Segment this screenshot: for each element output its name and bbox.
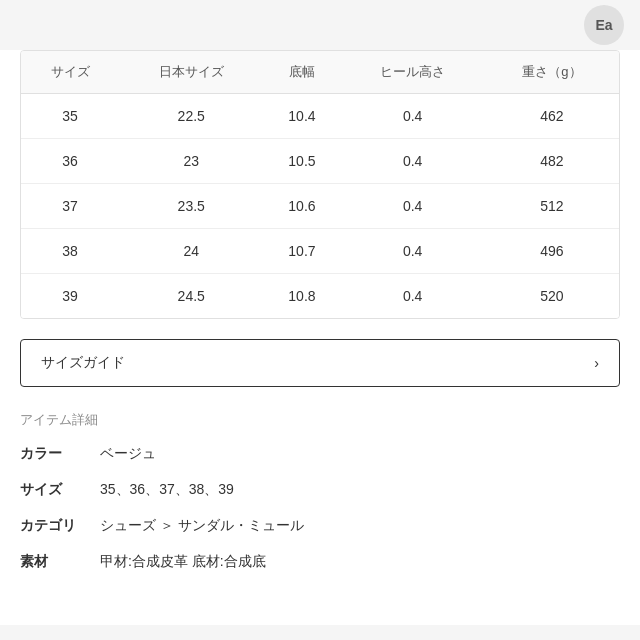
size-guide-label: サイズガイド [41, 354, 125, 372]
detail-row: サイズ35、36、37、38、39 [20, 481, 620, 499]
detail-label: サイズ [20, 481, 100, 499]
col-header-bottom-width: 底幅 [263, 51, 340, 94]
detail-label: カテゴリ [20, 517, 100, 535]
table-cell-heel_height: 0.4 [340, 274, 484, 319]
detail-value: シューズ ＞ サンダル・ミュール [100, 517, 620, 535]
size-guide-button[interactable]: サイズガイド › [20, 339, 620, 387]
col-header-jp-size: 日本サイズ [119, 51, 263, 94]
detail-label: カラー [20, 445, 100, 463]
table-cell-bottom_width: 10.8 [263, 274, 340, 319]
table-cell-jp_size: 24 [119, 229, 263, 274]
table-cell-heel_height: 0.4 [340, 139, 484, 184]
col-header-heel-height: ヒール高さ [340, 51, 484, 94]
detail-row: カラーベージュ [20, 445, 620, 463]
table-cell-bottom_width: 10.6 [263, 184, 340, 229]
detail-value: 甲材:合成皮革 底材:合成底 [100, 553, 620, 571]
table-cell-size: 38 [21, 229, 119, 274]
table-cell-weight: 512 [485, 184, 619, 229]
table-header: サイズ 日本サイズ 底幅 ヒール高さ 重さ（g） [21, 51, 619, 94]
table-row: 3723.510.60.4512 [21, 184, 619, 229]
table-cell-size: 36 [21, 139, 119, 184]
size-table-wrapper: サイズ 日本サイズ 底幅 ヒール高さ 重さ（g） 3522.510.40.446… [20, 50, 620, 319]
size-table: サイズ 日本サイズ 底幅 ヒール高さ 重さ（g） 3522.510.40.446… [21, 51, 619, 318]
table-row: 3522.510.40.4462 [21, 94, 619, 139]
item-details-section: アイテム詳細 カラーベージュサイズ35、36、37、38、39カテゴリシューズ … [20, 411, 620, 605]
detail-label: 素材 [20, 553, 100, 571]
table-cell-weight: 462 [485, 94, 619, 139]
table-cell-weight: 482 [485, 139, 619, 184]
page-container: Ea サイズ 日本サイズ 底幅 ヒール高さ 重さ（g） 3522.510.40.… [0, 0, 640, 640]
table-cell-size: 35 [21, 94, 119, 139]
table-cell-heel_height: 0.4 [340, 94, 484, 139]
detail-rows-container: カラーベージュサイズ35、36、37、38、39カテゴリシューズ ＞ サンダル・… [20, 445, 620, 571]
table-cell-bottom_width: 10.4 [263, 94, 340, 139]
table-cell-bottom_width: 10.5 [263, 139, 340, 184]
table-cell-jp_size: 22.5 [119, 94, 263, 139]
table-cell-heel_height: 0.4 [340, 184, 484, 229]
col-header-weight: 重さ（g） [485, 51, 619, 94]
table-cell-size: 37 [21, 184, 119, 229]
table-cell-jp_size: 23 [119, 139, 263, 184]
detail-value: ベージュ [100, 445, 620, 463]
table-cell-size: 39 [21, 274, 119, 319]
col-header-size: サイズ [21, 51, 119, 94]
table-cell-jp_size: 23.5 [119, 184, 263, 229]
section-title: アイテム詳細 [20, 411, 620, 429]
table-cell-bottom_width: 10.7 [263, 229, 340, 274]
table-cell-jp_size: 24.5 [119, 274, 263, 319]
detail-row: カテゴリシューズ ＞ サンダル・ミュール [20, 517, 620, 535]
table-row: 362310.50.4482 [21, 139, 619, 184]
chevron-right-icon: › [594, 355, 599, 371]
top-bar: Ea [0, 0, 640, 50]
table-cell-weight: 496 [485, 229, 619, 274]
table-body: 3522.510.40.4462362310.50.44823723.510.6… [21, 94, 619, 319]
ea-badge: Ea [584, 5, 624, 45]
detail-value: 35、36、37、38、39 [100, 481, 620, 499]
main-content: サイズ 日本サイズ 底幅 ヒール高さ 重さ（g） 3522.510.40.446… [0, 50, 640, 625]
table-cell-heel_height: 0.4 [340, 229, 484, 274]
table-row: 3924.510.80.4520 [21, 274, 619, 319]
detail-row: 素材甲材:合成皮革 底材:合成底 [20, 553, 620, 571]
table-cell-weight: 520 [485, 274, 619, 319]
table-row: 382410.70.4496 [21, 229, 619, 274]
